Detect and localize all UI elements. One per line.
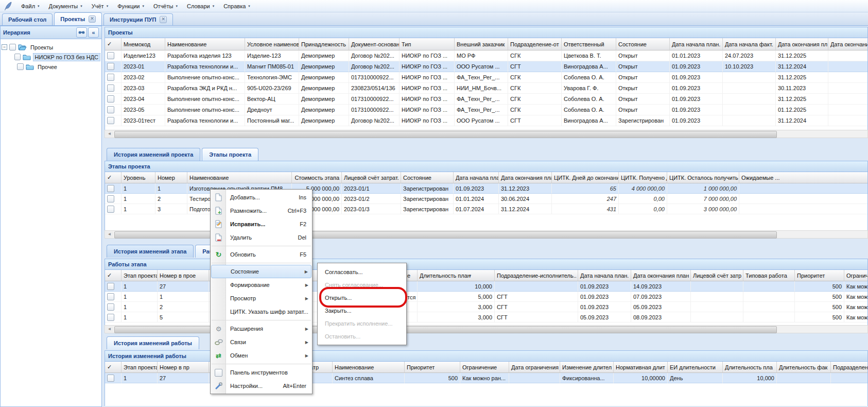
cell[interactable]: 2023-01 (121, 61, 165, 72)
cell[interactable]: 1 (155, 183, 187, 194)
checkbox[interactable] (107, 195, 114, 202)
cell[interactable]: 01.01.2023 (670, 50, 723, 61)
cell[interactable]: 017310000922... (349, 94, 400, 105)
cell[interactable]: 27 (158, 281, 209, 292)
cell[interactable]: 05.09.2023 (631, 302, 691, 312)
cell[interactable]: СГТ (495, 312, 578, 323)
tree-checkbox[interactable] (9, 44, 16, 50)
column-header[interactable]: Принадлежность (299, 38, 349, 50)
cell[interactable]: Цветкова В. Т. (562, 50, 616, 61)
cell[interactable]: Дредноут (245, 105, 299, 115)
column-header[interactable]: ✓ (105, 38, 121, 50)
scroll-left-icon[interactable]: ◄ (106, 131, 113, 137)
cell[interactable]: 3 (155, 204, 187, 214)
search-icon[interactable] (76, 27, 87, 38)
checkbox[interactable] (107, 52, 114, 59)
cell[interactable]: СГТ (495, 292, 578, 302)
cell[interactable]: 1 (121, 204, 155, 214)
cell[interactable]: Договор №202... (349, 61, 400, 72)
cell[interactable] (739, 194, 868, 204)
column-header[interactable]: Этап проекта (121, 362, 158, 373)
column-header[interactable]: Приоритет (795, 270, 844, 281)
collapse-panel-button[interactable]: « (88, 27, 99, 38)
row-checkbox-cell[interactable] (105, 72, 121, 83)
sub-tab[interactable]: История изменений работы (107, 336, 199, 349)
cell[interactable]: Соболева О. А. (562, 105, 616, 115)
cell[interactable]: Соболева О. А. (562, 72, 616, 83)
cell[interactable]: 500 (795, 281, 844, 292)
cell[interactable]: Как можно ран... (844, 312, 868, 323)
column-header[interactable]: Дата начала план. (578, 270, 631, 281)
cell[interactable]: 01.09.2023 (578, 281, 631, 292)
cell[interactable] (691, 312, 743, 323)
cell[interactable]: 01.09.2023 (670, 115, 723, 126)
column-header[interactable]: Дата окончания ф (828, 38, 868, 50)
row-checkbox-cell[interactable] (105, 61, 121, 72)
column-header[interactable]: Дата окончания план (499, 172, 552, 183)
cell[interactable]: Выполнение опытно-конс... (165, 94, 245, 105)
cell[interactable]: НИОКР по ГОЗ ... (400, 50, 455, 61)
cell[interactable]: 10.10.2023 (723, 61, 776, 72)
column-header[interactable]: Наименование (165, 38, 245, 50)
cell[interactable]: 1 (121, 373, 158, 383)
row-checkbox-cell[interactable] (105, 312, 121, 323)
cell[interactable]: Уварова Г. Ф. (562, 83, 616, 94)
row-checkbox-cell[interactable] (105, 115, 121, 126)
table-row[interactable]: 2023-01тестРазработка технологии и...Пос… (105, 115, 868, 126)
cell[interactable]: 31.12.2025 (776, 94, 828, 105)
column-header[interactable]: Длительность план (418, 270, 495, 281)
column-header[interactable]: ЦИТК. Осталось получить д/с (667, 172, 739, 183)
tree-checkbox[interactable] (14, 54, 20, 60)
cell[interactable]: 2 (158, 302, 209, 312)
column-header[interactable]: Ожидаемые ... (739, 172, 868, 183)
cell[interactable]: 24.07.2023 (723, 50, 776, 61)
column-header[interactable]: Ограничение (460, 362, 509, 373)
column-header[interactable]: Ответственный (562, 38, 616, 50)
cell[interactable]: 1 (121, 183, 155, 194)
row-checkbox-cell[interactable] (105, 292, 121, 302)
cell[interactable]: 905-U020-23/269 (245, 83, 299, 94)
scrollbar-thumb[interactable] (114, 131, 777, 138)
close-icon[interactable]: ✕ (160, 16, 167, 23)
cell[interactable]: Как можно ран... (460, 373, 509, 383)
cell[interactable]: Магнит ПМ085-01 (245, 61, 299, 72)
cell[interactable]: 2023-02 (121, 72, 165, 83)
cell[interactable]: Открыт (616, 61, 670, 72)
cell[interactable]: ООО Русатом ... (455, 61, 508, 72)
cell[interactable]: Как можно ран... (844, 281, 868, 292)
cell[interactable] (691, 302, 743, 312)
column-header[interactable]: Состояние (401, 172, 454, 183)
cell[interactable]: 017310000922... (349, 72, 400, 83)
table-row[interactable]: 2023-02Выполнение опытно-конс...Технолог… (105, 72, 868, 83)
cell[interactable]: 30.11.2023 (776, 83, 828, 94)
cell[interactable] (509, 373, 560, 383)
cell[interactable]: СГК (508, 105, 562, 115)
sort-desc-icon[interactable]: ▼ (468, 274, 472, 278)
checkbox[interactable] (107, 185, 114, 192)
column-header[interactable]: Этап проекта (121, 270, 158, 281)
cell[interactable]: ФА_Техн_Рег_... (455, 94, 508, 105)
context-menu-item[interactable]: Панель инструментов (211, 366, 311, 379)
cell[interactable]: ООО Русатом ... (455, 115, 508, 126)
cell[interactable]: Договор №202... (349, 115, 400, 126)
context-menu-item[interactable]: УдалитьDel (211, 231, 311, 244)
cell[interactable]: 01.09.2023 (578, 292, 631, 302)
column-header[interactable]: Уровень (121, 172, 155, 183)
cell[interactable]: Изделие-123 (245, 50, 299, 61)
column-header[interactable]: Стоимость этапа (292, 172, 342, 183)
column-header[interactable]: ЦИТК. Дней до окончания (552, 172, 619, 183)
column-header[interactable]: Мнемокод (121, 38, 165, 50)
cell[interactable] (828, 105, 868, 115)
cell[interactable]: 1 (121, 292, 158, 302)
cell[interactable]: СГК (508, 94, 562, 105)
cell[interactable]: НИОКР по ГОЗ ... (400, 105, 455, 115)
cell[interactable]: СГТ (495, 302, 578, 312)
column-header[interactable]: Дата начала факт. (723, 38, 776, 50)
cell[interactable]: Демопример (299, 94, 349, 105)
column-header[interactable]: Номер в прое (158, 270, 209, 281)
cell[interactable] (828, 115, 868, 126)
cell[interactable]: 01.01.2024 (454, 194, 499, 204)
cell[interactable]: 017310000922... (349, 105, 400, 115)
cell[interactable]: Разработка технологии и... (165, 115, 245, 126)
context-menu-item[interactable]: Связи▶ (211, 335, 311, 349)
